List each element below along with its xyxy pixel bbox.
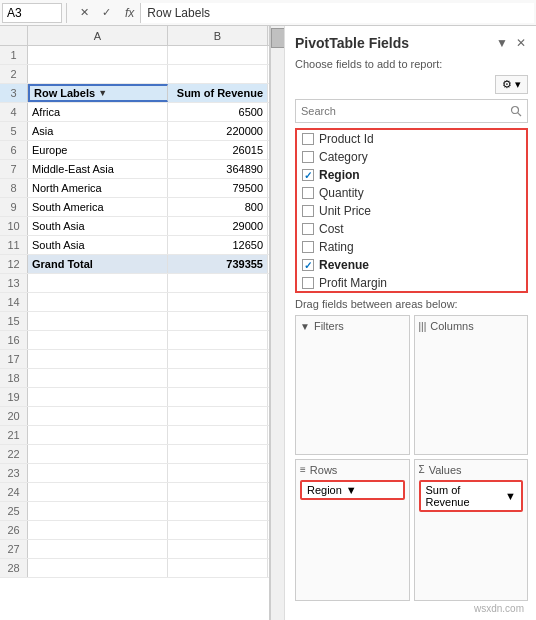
- gear-settings-button[interactable]: ⚙ ▾: [495, 75, 528, 94]
- cell-col-a[interactable]: [28, 464, 168, 482]
- cell-col-b[interactable]: 364890: [168, 160, 268, 178]
- table-row[interactable]: 28: [0, 559, 269, 578]
- cell-col-b[interactable]: [168, 293, 268, 311]
- field-item[interactable]: Unit Price: [297, 202, 526, 220]
- field-item[interactable]: Rating: [297, 238, 526, 256]
- cell-col-a[interactable]: [28, 388, 168, 406]
- table-row[interactable]: 13: [0, 274, 269, 293]
- table-row[interactable]: 21: [0, 426, 269, 445]
- formula-confirm-button[interactable]: ✓: [97, 4, 115, 22]
- cell-reference-input[interactable]: A3: [2, 3, 62, 23]
- table-row[interactable]: 19: [0, 388, 269, 407]
- table-row[interactable]: 8North America79500: [0, 179, 269, 198]
- cell-col-a[interactable]: [28, 350, 168, 368]
- field-item[interactable]: Category: [297, 148, 526, 166]
- area-box-columns[interactable]: |||Columns: [414, 315, 529, 455]
- pivot-chevron-icon[interactable]: ▼: [494, 34, 510, 52]
- cell-col-b[interactable]: [168, 445, 268, 463]
- table-row[interactable]: 22: [0, 445, 269, 464]
- table-row[interactable]: 7Middle-East Asia364890: [0, 160, 269, 179]
- formula-input[interactable]: [140, 3, 534, 23]
- cell-col-b[interactable]: 220000: [168, 122, 268, 140]
- field-checkbox[interactable]: [302, 151, 314, 163]
- field-checkbox[interactable]: [302, 187, 314, 199]
- area-box-values[interactable]: ΣValuesSum of Revenue▼: [414, 459, 529, 602]
- table-row[interactable]: 24: [0, 483, 269, 502]
- cell-col-b[interactable]: 26015: [168, 141, 268, 159]
- vertical-scrollbar[interactable]: [270, 26, 284, 620]
- cell-col-a[interactable]: Asia: [28, 122, 168, 140]
- cell-col-a[interactable]: South Asia: [28, 236, 168, 254]
- cell-col-a[interactable]: Grand Total: [28, 255, 168, 273]
- table-row[interactable]: 27: [0, 540, 269, 559]
- cell-col-a[interactable]: Africa: [28, 103, 168, 121]
- table-row[interactable]: 5Asia220000: [0, 122, 269, 141]
- cell-col-a[interactable]: [28, 369, 168, 387]
- table-row[interactable]: 26: [0, 521, 269, 540]
- field-checkbox[interactable]: [302, 133, 314, 145]
- col-header-b[interactable]: B: [168, 26, 268, 46]
- rows-chip[interactable]: Region▼: [300, 480, 405, 500]
- cell-col-a[interactable]: [28, 293, 168, 311]
- cell-col-a[interactable]: [28, 331, 168, 349]
- cell-col-b[interactable]: [168, 502, 268, 520]
- formula-cancel-button[interactable]: ✕: [75, 4, 93, 22]
- table-row[interactable]: 1: [0, 46, 269, 65]
- cell-col-b[interactable]: [168, 521, 268, 539]
- field-item[interactable]: ✓Revenue: [297, 256, 526, 274]
- cell-col-b[interactable]: [168, 46, 268, 64]
- area-box-rows[interactable]: ≡RowsRegion▼: [295, 459, 410, 602]
- cell-col-a[interactable]: North America: [28, 179, 168, 197]
- field-checkbox[interactable]: [302, 205, 314, 217]
- cell-col-b[interactable]: [168, 65, 268, 83]
- cell-col-b[interactable]: [168, 464, 268, 482]
- cell-col-b[interactable]: [168, 483, 268, 501]
- cell-col-a[interactable]: [28, 540, 168, 558]
- cell-col-a[interactable]: [28, 521, 168, 539]
- cell-col-b[interactable]: [168, 369, 268, 387]
- cell-col-b[interactable]: [168, 426, 268, 444]
- table-row[interactable]: 15: [0, 312, 269, 331]
- field-checkbox[interactable]: [302, 277, 314, 289]
- table-row[interactable]: 17: [0, 350, 269, 369]
- field-item[interactable]: Product Id: [297, 130, 526, 148]
- col-header-a[interactable]: A: [28, 26, 168, 46]
- scroll-thumb[interactable]: [271, 28, 285, 48]
- table-row[interactable]: 9South America800: [0, 198, 269, 217]
- cell-col-b[interactable]: [168, 388, 268, 406]
- search-input[interactable]: [296, 100, 505, 122]
- cell-col-b[interactable]: 29000: [168, 217, 268, 235]
- field-checkbox[interactable]: ✓: [302, 169, 314, 181]
- cell-col-b[interactable]: [168, 540, 268, 558]
- cell-col-a[interactable]: [28, 483, 168, 501]
- cell-col-a[interactable]: [28, 274, 168, 292]
- cell-col-a[interactable]: Middle-East Asia: [28, 160, 168, 178]
- cell-col-a[interactable]: [28, 502, 168, 520]
- cell-col-a[interactable]: Europe: [28, 141, 168, 159]
- pivot-close-icon[interactable]: ✕: [514, 34, 528, 52]
- table-row[interactable]: 12Grand Total739355: [0, 255, 269, 274]
- table-row[interactable]: 11South Asia12650: [0, 236, 269, 255]
- cell-col-b[interactable]: 79500: [168, 179, 268, 197]
- cell-col-b[interactable]: [168, 407, 268, 425]
- table-row[interactable]: 6Europe26015: [0, 141, 269, 160]
- cell-col-b[interactable]: 6500: [168, 103, 268, 121]
- area-box-filters[interactable]: ▼Filters: [295, 315, 410, 455]
- cell-col-b[interactable]: [168, 274, 268, 292]
- cell-col-a[interactable]: [28, 407, 168, 425]
- table-row[interactable]: 16: [0, 331, 269, 350]
- cell-col-a[interactable]: Row Labels ▼: [28, 84, 168, 102]
- table-row[interactable]: 10South Asia29000: [0, 217, 269, 236]
- cell-col-a[interactable]: [28, 312, 168, 330]
- cell-col-b[interactable]: 739355: [168, 255, 268, 273]
- cell-col-a[interactable]: [28, 46, 168, 64]
- values-chip[interactable]: Sum of Revenue▼: [419, 480, 524, 512]
- cell-col-b[interactable]: [168, 559, 268, 577]
- cell-col-a[interactable]: South Asia: [28, 217, 168, 235]
- field-checkbox[interactable]: [302, 223, 314, 235]
- cell-col-a[interactable]: [28, 426, 168, 444]
- cell-col-a[interactable]: [28, 65, 168, 83]
- field-item[interactable]: ✓Region: [297, 166, 526, 184]
- table-row[interactable]: 14: [0, 293, 269, 312]
- cell-col-a[interactable]: [28, 559, 168, 577]
